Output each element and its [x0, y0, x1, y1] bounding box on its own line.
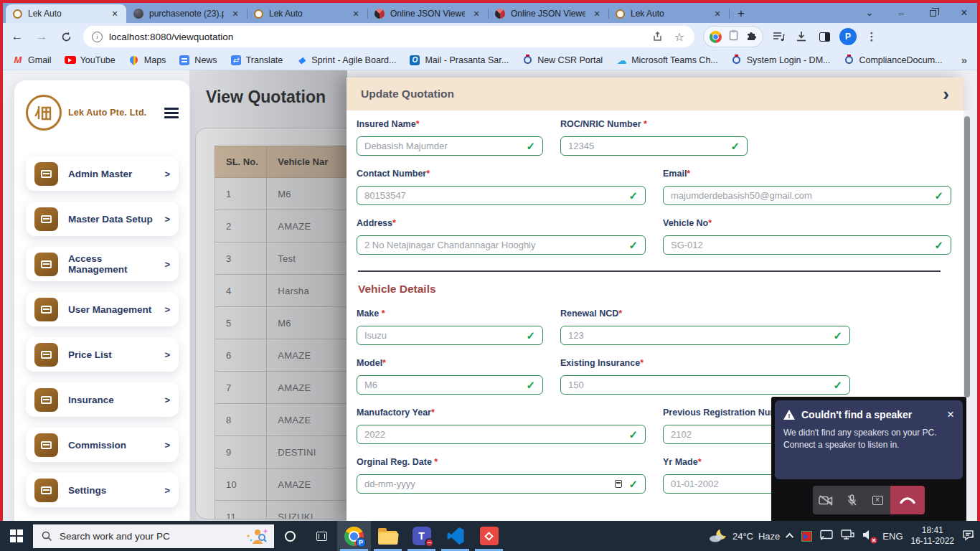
scrollbar-thumb[interactable]: [964, 116, 970, 397]
cast-icon[interactable]: [820, 529, 833, 542]
forward-icon[interactable]: →: [30, 25, 53, 48]
valid-check-icon: ✓: [833, 379, 842, 392]
form-field: Insured Name* Debasish Majumder ✓: [357, 119, 543, 156]
taskbar-search-input[interactable]: Search work and your PC: [33, 524, 274, 548]
mic-off-icon[interactable]: [839, 486, 864, 514]
reload-icon[interactable]: [55, 25, 77, 48]
bookmark-item[interactable]: O Mail - Prasanta Sar...: [404, 52, 514, 68]
url-text[interactable]: localhost:8080/viewquotation: [109, 32, 647, 42]
sidebar-nav-item[interactable]: Admin Master >: [26, 156, 179, 191]
bookmark-item[interactable]: M Gmail: [7, 52, 57, 68]
text-input[interactable]: Isuzu ✓: [357, 326, 543, 345]
bookmark-item[interactable]: News: [174, 52, 222, 68]
section-divider: [358, 270, 941, 272]
text-input[interactable]: majumderdebasish50@gmail.com ✓: [663, 186, 951, 205]
sidebar-nav-item[interactable]: Settings >: [26, 473, 179, 507]
start-button[interactable]: [0, 521, 33, 551]
bookmark-item[interactable]: ComplianceDocum...: [838, 52, 947, 68]
input-value: 150: [568, 380, 833, 390]
network-icon[interactable]: [841, 529, 854, 542]
clock-widget[interactable]: 18:41 16-11-2022: [911, 525, 955, 547]
sidebar-nav-item[interactable]: Access Management >: [26, 247, 179, 281]
hidden-icons-chevron[interactable]: [786, 533, 793, 541]
address-bar[interactable]: i localhost:8080/viewquotation ☆: [83, 26, 694, 47]
text-input[interactable]: M6 ✓: [357, 375, 543, 395]
language-indicator[interactable]: ENG: [882, 531, 903, 542]
tab-close-icon[interactable]: ×: [471, 8, 482, 19]
bookmarks-overflow-icon[interactable]: »: [961, 54, 973, 66]
task-view-button[interactable]: [306, 521, 337, 551]
browser-tab[interactable]: Online JSON Viewer ×: [367, 4, 488, 23]
tab-close-icon[interactable]: ×: [591, 8, 603, 19]
cortana-button[interactable]: [274, 521, 306, 551]
action-center-icon[interactable]: [962, 529, 974, 543]
bookmark-item[interactable]: ◆ Sprint - Agile Board...: [291, 52, 401, 68]
bookmark-item[interactable]: ☁ Microsoft Teams Ch...: [611, 52, 723, 68]
restore-button[interactable]: [917, 3, 948, 23]
sidebar-nav-item[interactable]: User Management >: [26, 292, 179, 326]
sidebar-nav-item[interactable]: Price List >: [26, 337, 179, 372]
bookmark-item[interactable]: Maps: [123, 52, 171, 68]
browser-tab[interactable]: Lek Auto ×: [6, 4, 126, 23]
chevron-down-icon[interactable]: ⌄: [854, 2, 885, 22]
calendar-icon[interactable]: [615, 480, 622, 488]
new-tab-button[interactable]: +: [732, 4, 750, 23]
taskbar-chrome-button[interactable]: P: [337, 521, 371, 551]
site-info-icon[interactable]: i: [92, 32, 103, 42]
text-input[interactable]: 123 ✓: [560, 326, 850, 345]
bookmark-star-icon[interactable]: ☆: [669, 27, 690, 47]
bookmark-item[interactable]: ⇄ Translate: [225, 52, 288, 68]
download-icon[interactable]: [791, 26, 812, 47]
puzzle-extensions-icon[interactable]: [745, 29, 757, 44]
hangup-button[interactable]: [890, 486, 925, 514]
bookmark-label: New CSR Portal: [537, 55, 603, 65]
tab-close-icon[interactable]: ×: [230, 8, 241, 19]
text-input[interactable]: 12345 ✓: [560, 136, 748, 156]
clipboard-extension-icon[interactable]: [729, 29, 738, 44]
side-panel-icon[interactable]: [814, 26, 835, 47]
taskbar-teams-button[interactable]: T: [405, 521, 438, 551]
sidebar-nav-item[interactable]: Commission >: [26, 428, 179, 462]
minimize-button[interactable]: –: [885, 3, 917, 23]
tab-close-icon[interactable]: ×: [712, 8, 723, 19]
tab-close-icon[interactable]: ×: [109, 8, 121, 19]
close-notification-icon[interactable]: ×: [947, 408, 954, 420]
tray-date: 16-11-2022: [911, 536, 955, 547]
sidebar-nav-item[interactable]: Insurance >: [26, 382, 179, 417]
chrome-extension-icon[interactable]: [710, 31, 722, 43]
taskbar-redapp-button[interactable]: [472, 521, 506, 551]
sidebar-nav-item[interactable]: Master Data Setup >: [26, 202, 179, 236]
taskbar-vscode-button[interactable]: [438, 521, 472, 551]
speaker-muted-icon[interactable]: [862, 529, 875, 542]
stop-sharing-icon[interactable]: ×: [864, 486, 890, 514]
input-value: majumderdebasish50@gmail.com: [671, 190, 934, 201]
text-input[interactable]: 150 ✓: [560, 375, 850, 395]
browser-tab[interactable]: Lek Auto ×: [608, 4, 729, 23]
text-input[interactable]: SG-012 ✓: [663, 235, 951, 255]
hamburger-menu-icon[interactable]: [164, 108, 179, 118]
profile-avatar[interactable]: P: [839, 28, 857, 45]
tab-close-icon[interactable]: ×: [350, 8, 362, 19]
text-input[interactable]: 80153547 ✓: [357, 186, 646, 205]
share-icon[interactable]: [647, 27, 669, 47]
taskbar-explorer-button[interactable]: [371, 521, 405, 551]
browser-tab[interactable]: purchasenote (23).pdf ×: [126, 4, 247, 23]
browser-tab[interactable]: Online JSON Viewer ×: [488, 4, 608, 23]
collapse-drawer-icon[interactable]: ›: [943, 85, 949, 103]
bookmark-item[interactable]: YouTube: [60, 52, 121, 68]
back-icon[interactable]: ←: [6, 25, 29, 48]
media-queue-icon[interactable]: [768, 26, 789, 47]
kebab-menu-icon[interactable]: ⋮: [861, 26, 882, 47]
camera-off-icon[interactable]: [813, 486, 839, 514]
text-input[interactable]: dd-mm-yyyy ✓: [357, 474, 646, 494]
close-window-button[interactable]: ×: [948, 3, 980, 23]
bookmark-item[interactable]: New CSR Portal: [517, 52, 608, 68]
warning-icon: !: [783, 410, 795, 420]
browser-tab[interactable]: Lek Auto ×: [247, 4, 367, 23]
text-input[interactable]: 2022 ✓: [357, 425, 646, 444]
tray-app-icon[interactable]: [801, 531, 812, 542]
text-input[interactable]: Debasish Majumder ✓: [357, 136, 543, 156]
bookmark-item[interactable]: System Login - DM...: [726, 52, 836, 68]
text-input[interactable]: 2 No Netajinagar Chandannagar Hooghly ✓: [357, 235, 646, 255]
weather-widget[interactable]: 24°C Haze: [709, 528, 780, 544]
